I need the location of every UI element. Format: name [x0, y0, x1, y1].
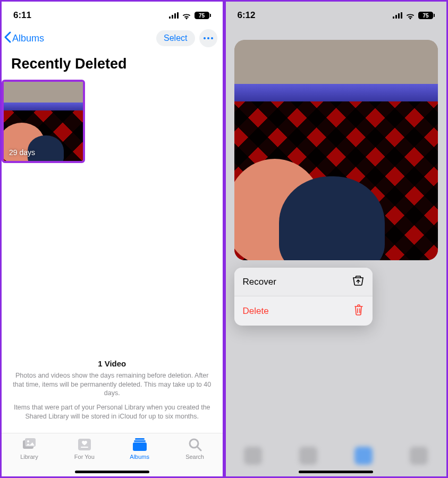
tab-bar-blurred	[226, 433, 447, 476]
tab-bar: Library For You Albums Search	[2, 433, 223, 476]
svg-point-2	[27, 440, 29, 442]
item-count-title: 1 Video	[11, 359, 213, 368]
tab-label: Search	[185, 454, 204, 460]
battery-icon: 75	[418, 12, 435, 19]
tab-library[interactable]: Library	[2, 438, 57, 460]
status-bar: 6:11 75	[2, 2, 223, 26]
blurred-tab	[244, 447, 262, 465]
context-menu: Recover Delete	[234, 268, 373, 326]
recover-menu-item[interactable]: Recover	[234, 268, 373, 296]
tab-search[interactable]: Search	[167, 438, 223, 460]
delete-menu-item[interactable]: Delete	[234, 296, 373, 326]
svg-rect-6	[134, 440, 146, 442]
blurred-tab	[410, 447, 428, 465]
library-icon	[22, 438, 37, 451]
back-label: Albums	[12, 33, 44, 44]
albums-icon	[132, 438, 147, 451]
blurred-tab	[299, 447, 317, 465]
days-remaining-label: 29 days	[9, 148, 35, 157]
page-title: Recently Deleted	[2, 50, 223, 80]
select-button[interactable]: Select	[156, 30, 195, 46]
cellular-signal-icon	[169, 12, 179, 19]
status-right-cluster: 75	[393, 12, 435, 19]
wifi-icon	[405, 12, 415, 19]
tab-label: Albums	[130, 454, 149, 460]
home-indicator[interactable]	[299, 471, 373, 473]
tab-label: Library	[20, 454, 38, 460]
svg-rect-7	[133, 442, 147, 451]
nav-bar: Albums Select	[2, 26, 223, 50]
for-you-icon	[77, 438, 92, 451]
wifi-icon	[182, 12, 191, 19]
svg-rect-4	[81, 447, 88, 448]
status-right-cluster: 75	[169, 12, 211, 19]
media-thumbnail[interactable]: 29 days	[2, 80, 85, 163]
ellipsis-icon	[204, 37, 213, 39]
tab-albums[interactable]: Albums	[112, 438, 167, 460]
battery-percent: 75	[195, 13, 209, 19]
status-time: 6:11	[13, 10, 31, 21]
trash-icon	[353, 304, 364, 318]
screenshot-left: 6:11 75 Albums Select	[0, 0, 224, 478]
info-text-2: Items that were part of your Personal Li…	[11, 403, 213, 421]
screenshot-right: 6:12 75	[224, 0, 449, 478]
search-icon	[188, 438, 202, 451]
cellular-signal-icon	[393, 12, 402, 19]
recover-icon	[352, 275, 364, 288]
battery-percent: 75	[419, 13, 433, 19]
recover-label: Recover	[243, 277, 276, 287]
svg-rect-5	[135, 438, 145, 440]
battery-icon: 75	[195, 12, 211, 19]
status-bar: 6:12 75	[226, 2, 447, 26]
info-panel: 1 Video Photos and videos show the days …	[2, 359, 223, 426]
tab-for-you[interactable]: For You	[57, 438, 112, 460]
photo-preview[interactable]	[234, 40, 438, 260]
delete-label: Delete	[243, 306, 269, 317]
back-button[interactable]: Albums	[4, 31, 44, 45]
chevron-left-icon	[4, 31, 11, 45]
home-indicator[interactable]	[75, 471, 149, 473]
more-button[interactable]	[199, 29, 217, 47]
tab-label: For You	[74, 454, 95, 460]
blurred-tab-active	[354, 447, 373, 465]
svg-line-9	[197, 447, 201, 450]
status-time: 6:12	[238, 10, 256, 21]
info-text-1: Photos and videos show the days remainin…	[11, 371, 213, 398]
